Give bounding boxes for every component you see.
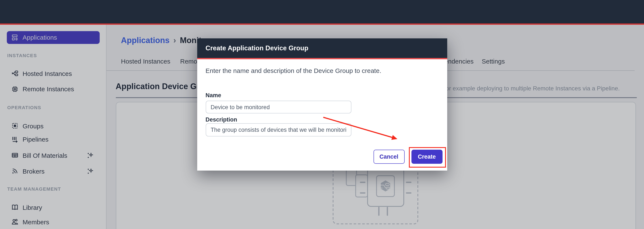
create-button-highlight-box — [409, 147, 446, 167]
name-field-label: Name — [206, 92, 221, 99]
name-input[interactable] — [206, 101, 351, 113]
annotation-arrow — [315, 113, 405, 145]
screen: FlowFuse TEAM: Sumit-Dev Invite Members … — [0, 0, 644, 229]
app-header — [0, 0, 644, 24]
description-field-label: Description — [206, 116, 237, 123]
modal-title: Create Application Device Group — [206, 38, 308, 58]
modal-intro-text: Enter the name and description of the De… — [206, 67, 381, 74]
modal-accent-line — [197, 58, 447, 59]
cancel-button[interactable]: Cancel — [373, 150, 404, 164]
